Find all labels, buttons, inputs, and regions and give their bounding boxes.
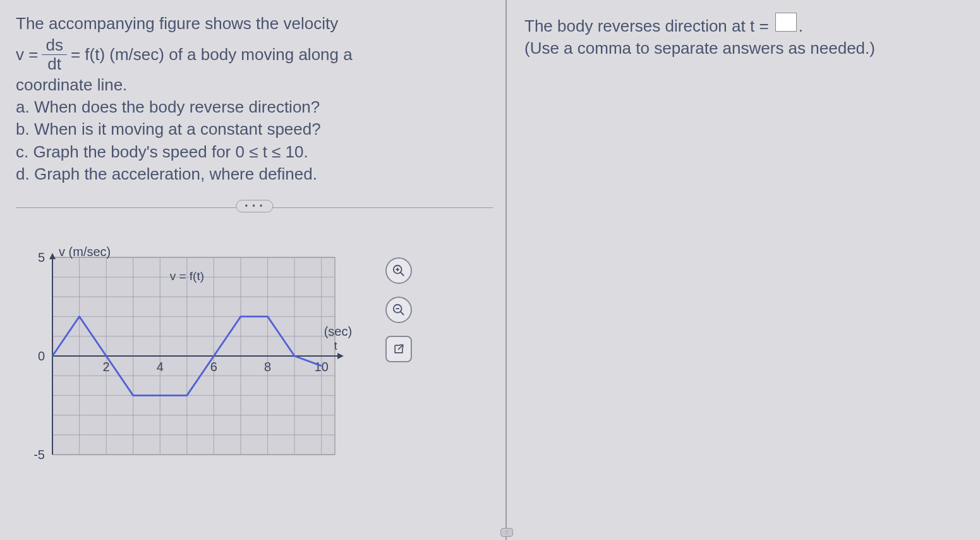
svg-line-42 [401, 312, 404, 316]
svg-text:4: 4 [157, 360, 164, 374]
problem-statement: The accompanying figure shows the veloci… [16, 13, 493, 185]
zoom-in-button[interactable] [385, 257, 412, 284]
answer-prefix: The body reverses direction at t = [524, 16, 769, 35]
svg-text:t: t [334, 340, 337, 352]
open-external-button[interactable] [385, 336, 412, 362]
svg-text:(sec): (sec) [324, 324, 352, 338]
svg-text:10: 10 [315, 360, 329, 374]
velocity-chart: -505246810v (m/sec)(sec)tv = f(t) [16, 246, 370, 463]
svg-text:6: 6 [210, 360, 217, 374]
answer-input[interactable] [775, 13, 797, 32]
svg-line-38 [401, 273, 404, 276]
question-a: a. When does the body reverse direction? [16, 96, 493, 118]
svg-text:v = f(t): v = f(t) [170, 269, 204, 283]
svg-text:5: 5 [38, 250, 45, 264]
svg-text:0: 0 [38, 349, 45, 363]
question-b: b. When is it moving at a constant speed… [16, 118, 493, 140]
svg-text:v (m/sec): v (m/sec) [59, 246, 111, 259]
svg-text:-5: -5 [33, 448, 45, 461]
answer-prompt: The body reverses direction at t = . (Us… [524, 13, 961, 59]
problem-line-3: coordinate line. [16, 74, 493, 96]
zoom-out-button[interactable] [385, 297, 412, 323]
question-c: c. Graph the body's speed for 0 ≤ t ≤ 10… [16, 141, 493, 163]
answer-suffix: . [799, 16, 803, 35]
problem-line-1: The accompanying figure shows the veloci… [16, 13, 493, 35]
answer-hint: (Use a comma to separate answers as need… [524, 37, 961, 59]
velocity-equation: v = ds dt = f(t) (m/sec) of a body movin… [16, 36, 493, 73]
svg-text:8: 8 [264, 360, 271, 374]
svg-text:2: 2 [103, 360, 110, 374]
expand-dots[interactable]: • • • [236, 200, 273, 212]
question-d: d. Graph the acceleration, where defined… [16, 163, 493, 185]
